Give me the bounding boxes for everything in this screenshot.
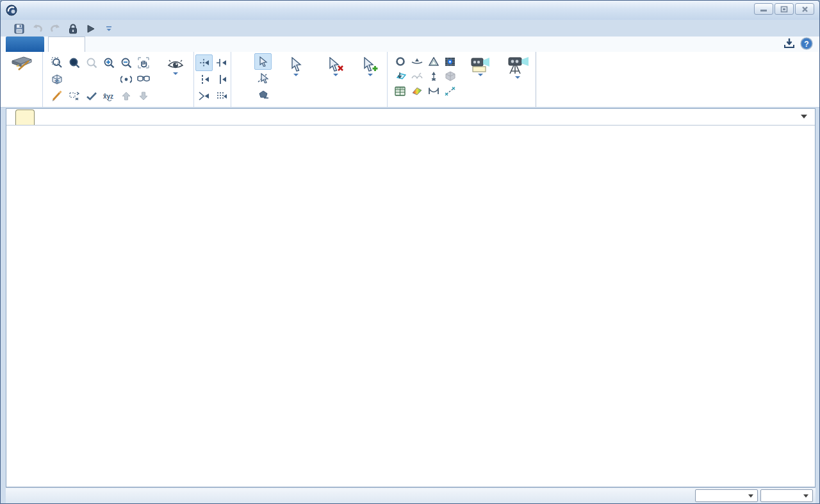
close-button[interactable] <box>795 3 814 15</box>
tab-advanced[interactable] <box>386 37 402 52</box>
snap-midpoints-icon[interactable] <box>195 71 213 88</box>
tab-loads[interactable] <box>192 37 207 52</box>
undo-icon[interactable] <box>31 23 43 35</box>
title-bar[interactable] <box>1 1 819 20</box>
snap-intersections-icon[interactable] <box>195 88 213 104</box>
tab-home[interactable] <box>48 37 85 52</box>
show-contours-icon[interactable] <box>408 83 425 99</box>
snap-points-icon[interactable] <box>195 54 213 71</box>
select-button[interactable] <box>277 54 315 76</box>
zoom-in-icon[interactable] <box>100 54 117 71</box>
view-tab-dropdown-icon[interactable] <box>801 115 807 118</box>
rotate-3d-icon[interactable] <box>117 71 135 88</box>
view-more-button[interactable] <box>160 57 191 75</box>
download-icon[interactable] <box>783 38 795 49</box>
reselect-icon[interactable] <box>254 70 272 86</box>
named-display-icon <box>466 56 492 72</box>
eye-icon <box>167 60 184 71</box>
view-xy-button[interactable] <box>65 71 83 88</box>
select-arrow-icon <box>290 57 302 72</box>
zoom-window-icon[interactable] <box>48 54 65 71</box>
draw-icon[interactable] <box>48 88 65 104</box>
snap-grid-icon[interactable] <box>213 88 230 104</box>
viewport <box>6 108 816 487</box>
tab-design-rating[interactable] <box>317 37 332 52</box>
show-axes-icon[interactable]: x̂yz <box>100 88 117 104</box>
view-3d-icon[interactable]: 3D <box>48 71 65 88</box>
ribbon-tab-row <box>1 37 819 52</box>
tab-layout[interactable] <box>89 37 104 52</box>
view-window-tab[interactable] <box>15 110 35 125</box>
units-select[interactable] <box>760 489 813 502</box>
perspective-icon[interactable] <box>135 71 152 88</box>
coordinate-system-select[interactable] <box>695 489 758 502</box>
restore-button[interactable] <box>775 3 794 15</box>
tab-file[interactable] <box>6 37 44 52</box>
show-axes-lines-icon[interactable] <box>441 83 459 99</box>
bridge-wizard-button[interactable] <box>1 52 43 71</box>
zoom-extents-icon[interactable] <box>65 54 83 71</box>
snap-lines-icon[interactable] <box>213 71 230 88</box>
ribbon: 3D x̂yz <box>1 52 819 108</box>
snap-ends-icon[interactable] <box>213 54 230 71</box>
named-display-button[interactable] <box>459 53 499 76</box>
status-bar <box>6 487 816 503</box>
view-yz-button[interactable] <box>100 71 117 88</box>
svg-text:?: ? <box>804 40 808 49</box>
app-logo-icon <box>6 4 17 16</box>
show-cables-icon[interactable] <box>425 83 442 99</box>
show-tables-icon[interactable] <box>391 83 409 99</box>
run-analysis-icon[interactable] <box>85 23 97 35</box>
group-select <box>231 52 388 107</box>
deselect-arrow-icon <box>327 57 344 72</box>
zoom-previous-icon[interactable] <box>83 54 100 71</box>
customize-dropdown-icon[interactable] <box>103 23 115 35</box>
group-display <box>388 52 536 107</box>
lock-icon[interactable] <box>67 23 79 35</box>
group-snap <box>194 52 231 107</box>
bridge-wizard-icon <box>10 54 34 71</box>
select-all-icon[interactable] <box>254 53 272 70</box>
tab-analysis[interactable] <box>272 37 288 52</box>
pan-icon[interactable] <box>135 54 152 71</box>
quick-access-toolbar <box>13 20 115 37</box>
move-down-icon[interactable] <box>135 88 152 104</box>
view-xz-button[interactable] <box>83 71 100 88</box>
more-display-icon <box>505 56 530 75</box>
minimize-button[interactable] <box>754 3 773 15</box>
move-up-icon[interactable] <box>117 88 135 104</box>
apply-icon[interactable] <box>83 88 100 104</box>
group-view: 3D x̂yz <box>43 52 194 107</box>
tab-components[interactable] <box>130 37 145 52</box>
set-limits-icon[interactable] <box>65 88 83 104</box>
select-more-button[interactable] <box>354 54 386 76</box>
help-icon[interactable]: ? <box>800 37 813 50</box>
svg-text:x̂yz: x̂yz <box>103 93 113 100</box>
display-more-button[interactable] <box>502 53 534 79</box>
group-wizard <box>1 52 43 107</box>
model-3d-view[interactable] <box>6 126 815 487</box>
save-icon[interactable] <box>13 23 25 35</box>
redo-icon[interactable] <box>49 23 61 35</box>
select-more-icon <box>362 57 379 72</box>
deselect-button[interactable] <box>317 54 354 76</box>
clear-selection-icon[interactable] <box>254 86 272 103</box>
zoom-out-icon[interactable] <box>117 54 135 71</box>
svg-text:3D: 3D <box>54 79 60 83</box>
tab-bridge[interactable] <box>230 37 245 52</box>
app-window: ? <box>0 0 820 504</box>
